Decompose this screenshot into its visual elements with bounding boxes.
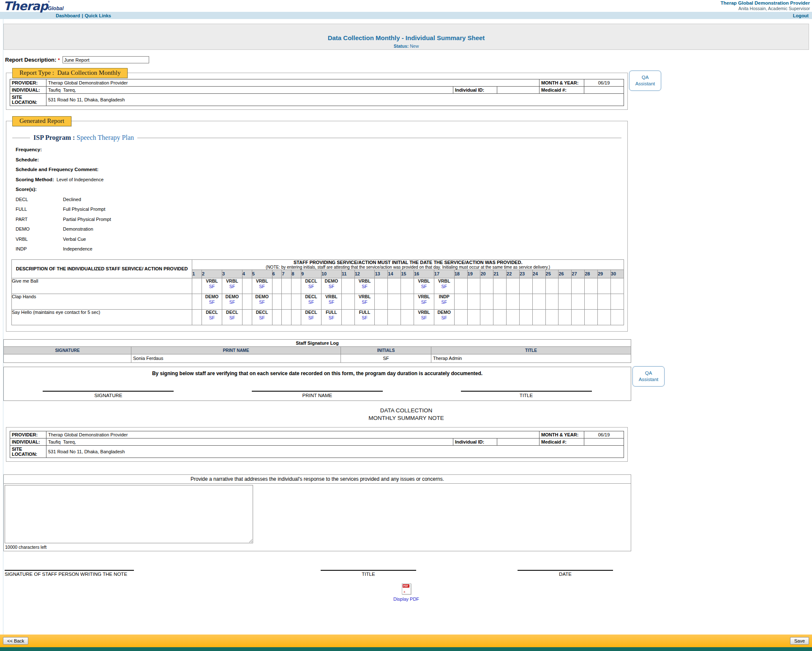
day-cell[interactable]	[597, 309, 610, 325]
day-cell[interactable]	[292, 309, 301, 325]
day-cell[interactable]: DEMOSF	[434, 309, 454, 325]
back-button[interactable]: << Back	[3, 637, 28, 645]
day-cell[interactable]	[519, 309, 532, 325]
day-cell[interactable]: DECLSF	[252, 309, 272, 325]
day-cell[interactable]	[597, 278, 610, 294]
day-cell[interactable]	[454, 294, 467, 309]
day-cell[interactable]	[572, 309, 585, 325]
day-cell[interactable]	[572, 278, 585, 294]
initials-link[interactable]: SF	[322, 315, 341, 320]
day-cell[interactable]	[242, 294, 252, 309]
narrative-textarea[interactable]	[5, 485, 253, 543]
initials-link[interactable]: SF	[202, 300, 222, 305]
qa-assistant-button[interactable]: QA Assistant	[629, 71, 661, 91]
day-cell[interactable]	[610, 278, 624, 294]
day-cell[interactable]: VRBLSF	[414, 278, 434, 294]
day-cell[interactable]: FULLSF	[354, 309, 375, 325]
nav-quick-links-link[interactable]: Quick Links	[85, 13, 111, 18]
day-cell[interactable]: DECLSF	[301, 278, 322, 294]
day-cell[interactable]	[559, 294, 572, 309]
day-cell[interactable]	[282, 309, 292, 325]
day-cell[interactable]	[559, 278, 572, 294]
initials-link[interactable]: SF	[414, 300, 434, 305]
day-cell[interactable]	[480, 309, 493, 325]
pdf-icon[interactable]: PDF ₐ	[402, 583, 411, 594]
day-cell[interactable]	[480, 278, 493, 294]
day-cell[interactable]	[585, 309, 598, 325]
day-cell[interactable]	[610, 309, 624, 325]
logout-link[interactable]: Logout	[793, 13, 809, 18]
initials-link[interactable]: SF	[222, 315, 242, 320]
initials-link[interactable]: SF	[322, 284, 341, 289]
day-cell[interactable]	[272, 309, 282, 325]
initials-link[interactable]: SF	[252, 300, 272, 305]
initials-link[interactable]: SF	[322, 300, 341, 305]
initials-link[interactable]: SF	[434, 284, 454, 289]
day-cell[interactable]	[454, 309, 467, 325]
report-description-input[interactable]	[63, 56, 149, 63]
day-cell[interactable]	[545, 294, 559, 309]
day-cell[interactable]	[282, 278, 292, 294]
initials-link[interactable]: SF	[301, 284, 321, 289]
day-cell[interactable]: VRBLSF	[414, 309, 434, 325]
initials-link[interactable]: SF	[252, 284, 272, 289]
day-cell[interactable]	[401, 278, 414, 294]
day-cell[interactable]	[192, 278, 202, 294]
day-cell[interactable]	[242, 309, 252, 325]
day-cell[interactable]	[388, 294, 401, 309]
therap-logo[interactable]: Therap°Global	[3, 0, 64, 12]
day-cell[interactable]	[292, 294, 301, 309]
day-cell[interactable]: DEMOSF	[321, 278, 341, 294]
day-cell[interactable]: VRBLSF	[414, 294, 434, 309]
day-cell[interactable]	[242, 278, 252, 294]
day-cell[interactable]	[388, 278, 401, 294]
day-cell[interactable]	[341, 309, 354, 325]
day-cell[interactable]: VRBLSF	[354, 294, 375, 309]
day-cell[interactable]: DECLSF	[222, 309, 242, 325]
day-cell[interactable]	[585, 278, 598, 294]
day-cell[interactable]	[375, 278, 388, 294]
initials-link[interactable]: SF	[222, 284, 242, 289]
day-cell[interactable]	[192, 309, 202, 325]
day-cell[interactable]: VRBLSF	[222, 278, 242, 294]
day-cell[interactable]: DEMOSF	[222, 294, 242, 309]
day-cell[interactable]	[507, 294, 520, 309]
initials-link[interactable]: SF	[434, 315, 454, 320]
day-cell[interactable]	[272, 278, 282, 294]
day-cell[interactable]	[493, 309, 507, 325]
day-cell[interactable]: DEMOSF	[252, 294, 272, 309]
day-cell[interactable]	[282, 294, 292, 309]
initials-link[interactable]: SF	[355, 284, 375, 289]
day-cell[interactable]	[467, 309, 480, 325]
day-cell[interactable]	[467, 294, 480, 309]
day-cell[interactable]	[585, 294, 598, 309]
day-cell[interactable]: FULLSF	[321, 309, 341, 325]
day-cell[interactable]	[610, 294, 624, 309]
day-cell[interactable]	[341, 278, 354, 294]
day-cell[interactable]	[519, 278, 532, 294]
day-cell[interactable]: VRBLSF	[202, 278, 222, 294]
initials-link[interactable]: SF	[301, 300, 321, 305]
day-cell[interactable]	[545, 278, 559, 294]
day-cell[interactable]	[545, 309, 559, 325]
day-cell[interactable]: DECLSF	[301, 294, 322, 309]
save-button[interactable]: Save	[790, 637, 809, 645]
day-cell[interactable]	[493, 278, 507, 294]
nav-dashboard-link[interactable]: Dashboard	[56, 13, 80, 18]
initials-link[interactable]: SF	[252, 315, 272, 320]
day-cell[interactable]	[519, 294, 532, 309]
initials-link[interactable]: SF	[414, 315, 434, 320]
day-cell[interactable]	[559, 309, 572, 325]
initials-link[interactable]: SF	[202, 284, 222, 289]
day-cell[interactable]	[375, 294, 388, 309]
display-pdf-link[interactable]: Display PDF	[3, 597, 809, 602]
day-cell[interactable]	[572, 294, 585, 309]
day-cell[interactable]: VRBLSF	[252, 278, 272, 294]
day-cell[interactable]	[532, 294, 545, 309]
day-cell[interactable]	[532, 309, 545, 325]
day-cell[interactable]	[480, 294, 493, 309]
day-cell[interactable]	[401, 309, 414, 325]
day-cell[interactable]	[467, 278, 480, 294]
day-cell[interactable]: INDPSF	[434, 294, 454, 309]
initials-link[interactable]: SF	[222, 300, 242, 305]
